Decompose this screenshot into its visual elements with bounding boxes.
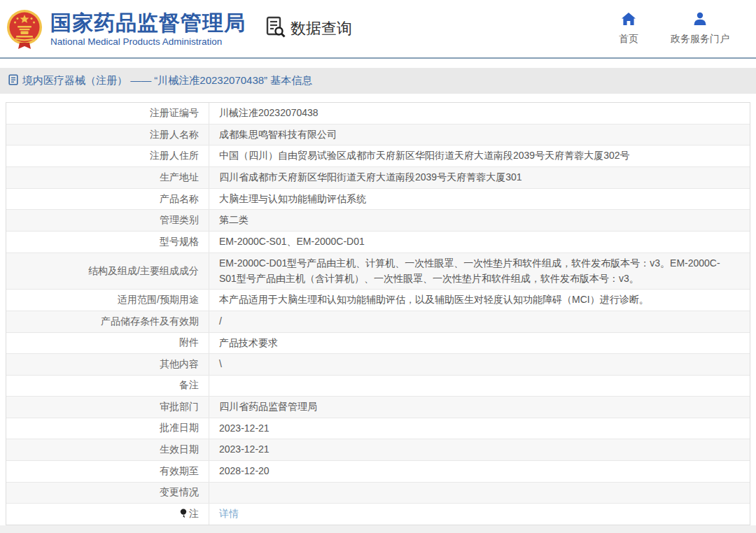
row-value: 四川省药品监督管理局 bbox=[209, 397, 750, 418]
row-value: 四川省成都市天府新区华阳街道天府大道南段2039号天府菁蓉大厦301 bbox=[209, 167, 750, 188]
table-row: 注册证编号 川械注准20232070438 bbox=[6, 103, 750, 125]
table-row: 适用范围/预期用途 本产品适用于大脑生理和认知功能辅助评估，以及辅助医生对轻度认… bbox=[6, 290, 750, 311]
site-header: 国家药品监督管理局 National Medical Products Admi… bbox=[0, 0, 756, 59]
nav-home-label: 首页 bbox=[619, 33, 638, 45]
home-icon bbox=[621, 12, 636, 29]
row-label: 批准日期 bbox=[6, 418, 209, 439]
nav-portal-label: 政务服务门户 bbox=[671, 33, 729, 45]
table-row: 产品储存条件及有效期 / bbox=[6, 311, 750, 333]
document-search-icon bbox=[265, 16, 286, 41]
data-query-label: 数据查询 bbox=[290, 18, 352, 39]
breadcrumb-title-bar: 境内医疗器械（注册） —— “川械注准20232070438” 基本信息 bbox=[0, 68, 756, 94]
table-row: 审批部门 四川省药品监督管理局 bbox=[6, 397, 750, 418]
note-label: 注 bbox=[189, 508, 199, 520]
row-value: / bbox=[209, 311, 750, 332]
user-icon bbox=[692, 12, 708, 29]
nav-portal[interactable]: 政务服务门户 bbox=[671, 12, 729, 45]
note-pin-icon bbox=[180, 509, 187, 520]
site-subtitle: National Medical Products Administration bbox=[50, 36, 246, 47]
data-query-section[interactable]: 数据查询 bbox=[265, 16, 352, 41]
details-link[interactable]: 详情 bbox=[219, 506, 239, 522]
table-row: 结构及组成/主要组成成分 EM-2000C-D01型号产品由主机、计算机、一次性… bbox=[6, 253, 750, 290]
row-label: 产品名称 bbox=[6, 189, 209, 210]
row-label: 有效期至 bbox=[6, 461, 209, 482]
table-row: 注册人住所 中国（四川）自由贸易试验区成都市天府新区华阳街道天府大道南段2039… bbox=[6, 145, 750, 167]
row-value: 第二类 bbox=[209, 210, 750, 231]
row-value: 2023-12-21 bbox=[209, 439, 750, 460]
table-row: 管理类别 第二类 bbox=[6, 210, 750, 232]
table-row: 批准日期 2023-12-21 bbox=[6, 418, 750, 440]
table-row: 型号规格 EM-2000C-S01、EM-2000C-D01 bbox=[6, 232, 750, 253]
row-value: 川械注准20232070438 bbox=[209, 103, 750, 124]
row-label: 管理类别 bbox=[6, 210, 209, 231]
table-row: 备注 bbox=[6, 376, 750, 397]
table-row: 附件 产品技术要求 bbox=[6, 333, 750, 355]
row-label: 注册人名称 bbox=[6, 125, 209, 145]
document-icon bbox=[8, 74, 18, 88]
header-nav: 首页 政务服务门户 bbox=[619, 12, 739, 45]
row-label: 注册人住所 bbox=[6, 145, 209, 166]
row-label: 注 bbox=[6, 504, 209, 525]
row-label: 备注 bbox=[6, 376, 209, 396]
row-label: 适用范围/预期用途 bbox=[6, 290, 209, 311]
row-value: \ bbox=[209, 354, 750, 375]
row-value: EM-2000C-S01、EM-2000C-D01 bbox=[209, 232, 750, 253]
row-label: 产品储存条件及有效期 bbox=[6, 311, 209, 332]
table-row: 有效期至 2028-12-20 bbox=[6, 461, 750, 483]
table-row: 生产地址 四川省成都市天府新区华阳街道天府大道南段2039号天府菁蓉大厦301 bbox=[6, 167, 750, 189]
table-row: 其他内容 \ bbox=[6, 354, 750, 376]
row-value: 中国（四川）自由贸易试验区成都市天府新区华阳街道天府大道南段2039号天府菁蓉大… bbox=[209, 145, 750, 166]
page-title: 境内医疗器械（注册） —— “川械注准20232070438” 基本信息 bbox=[22, 74, 312, 87]
row-label: 结构及组成/主要组成成分 bbox=[6, 253, 209, 289]
row-value: 2023-12-21 bbox=[209, 418, 750, 439]
row-label: 其他内容 bbox=[6, 354, 209, 375]
row-label: 审批部门 bbox=[6, 397, 209, 418]
row-value: 2028-12-20 bbox=[209, 461, 750, 482]
row-value: 产品技术要求 bbox=[209, 333, 750, 354]
table-row: 生效日期 2023-12-21 bbox=[6, 439, 750, 461]
table-row-note: 注 详情 bbox=[6, 504, 750, 525]
row-value bbox=[209, 483, 750, 503]
table-row: 产品名称 大脑生理与认知功能辅助评估系统 bbox=[6, 189, 750, 211]
table-row: 变更情况 bbox=[6, 483, 750, 504]
national-emblem-icon bbox=[6, 9, 43, 50]
logo-text: 国家药品监督管理局 National Medical Products Admi… bbox=[50, 10, 246, 47]
nmpa-logo[interactable]: 国家药品监督管理局 National Medical Products Admi… bbox=[6, 8, 246, 50]
row-label: 生效日期 bbox=[6, 439, 209, 460]
row-value: 大脑生理与认知功能辅助评估系统 bbox=[209, 189, 750, 210]
table-row: 注册人名称 成都集思鸣智科技有限公司 bbox=[6, 125, 750, 146]
row-label: 生产地址 bbox=[6, 167, 209, 188]
row-label: 注册证编号 bbox=[6, 103, 209, 124]
site-title: 国家药品监督管理局 bbox=[50, 10, 246, 36]
nav-home[interactable]: 首页 bbox=[619, 12, 638, 45]
page-bottom-strip bbox=[0, 525, 756, 533]
row-value: 详情 bbox=[209, 504, 750, 525]
row-value: EM-2000C-D01型号产品由主机、计算机、一次性眼罩、一次性垫片和软件组成… bbox=[209, 253, 750, 289]
registration-info-table: 注册证编号 川械注准20232070438 注册人名称 成都集思鸣智科技有限公司… bbox=[6, 102, 750, 525]
row-label: 附件 bbox=[6, 333, 209, 354]
page: 国家药品监督管理局 National Medical Products Admi… bbox=[0, 0, 756, 533]
row-value: 本产品适用于大脑生理和认知功能辅助评估，以及辅助医生对轻度认知功能障碍（MCI）… bbox=[209, 290, 750, 311]
row-value: 成都集思鸣智科技有限公司 bbox=[209, 125, 750, 145]
row-value bbox=[209, 376, 750, 396]
row-label: 变更情况 bbox=[6, 483, 209, 503]
row-label: 型号规格 bbox=[6, 232, 209, 253]
